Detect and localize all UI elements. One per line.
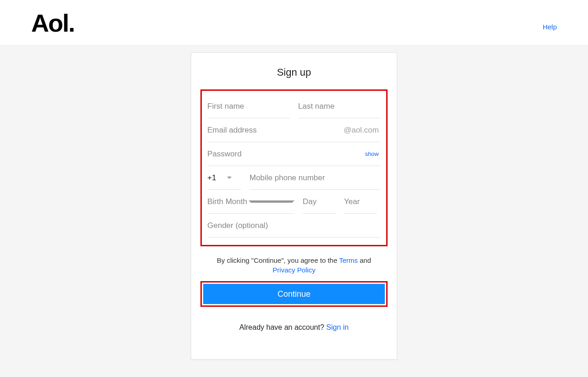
continue-button-highlight: Continue [200, 281, 388, 307]
birth-month-select[interactable]: Birth Month [207, 190, 294, 214]
show-password-toggle[interactable]: show [365, 150, 381, 157]
phone-input[interactable] [250, 173, 381, 183]
birth-month-label: Birth Month [207, 197, 249, 206]
aol-logo: Aol. [31, 9, 74, 37]
already-account-text: Already have an account? Sign in [191, 323, 397, 332]
legal-text: By clicking "Continue", you agree to the… [210, 255, 378, 275]
chevron-down-icon [249, 200, 294, 203]
day-input[interactable] [303, 197, 336, 206]
chevron-down-icon [227, 177, 232, 179]
email-field-wrap: @aol.com [207, 118, 381, 142]
legal-prefix: By clicking "Continue", you agree to the [217, 256, 339, 264]
country-code-select[interactable]: +1 [207, 166, 241, 190]
first-name-field-wrap [207, 94, 290, 118]
sign-in-link[interactable]: Sign in [326, 323, 349, 331]
phone-field-wrap [250, 166, 381, 190]
last-name-input[interactable] [298, 102, 381, 111]
password-input[interactable] [207, 150, 365, 159]
privacy-link[interactable]: Privacy Policy [272, 266, 315, 274]
form-fields-group: @aol.com show +1 Birth Mont [200, 89, 388, 246]
header: Aol. Help [0, 0, 588, 46]
help-link[interactable]: Help [543, 23, 557, 31]
email-domain-suffix: @aol.com [344, 126, 381, 135]
year-input[interactable] [344, 197, 377, 206]
signup-card: Sign up @aol.com show + [191, 52, 397, 360]
terms-link[interactable]: Terms [339, 256, 358, 264]
gender-field-wrap [207, 214, 381, 238]
day-field-wrap [303, 190, 336, 214]
legal-and: and [358, 256, 371, 264]
already-label: Already have an account? [239, 323, 326, 331]
page-title: Sign up [191, 67, 397, 78]
password-field-wrap: show [207, 142, 381, 166]
first-name-input[interactable] [207, 102, 290, 111]
year-field-wrap [344, 190, 377, 214]
last-name-field-wrap [298, 94, 381, 118]
continue-button[interactable]: Continue [203, 284, 385, 304]
country-code-value: +1 [207, 173, 216, 183]
email-input[interactable] [207, 126, 344, 135]
gender-input[interactable] [207, 221, 381, 230]
